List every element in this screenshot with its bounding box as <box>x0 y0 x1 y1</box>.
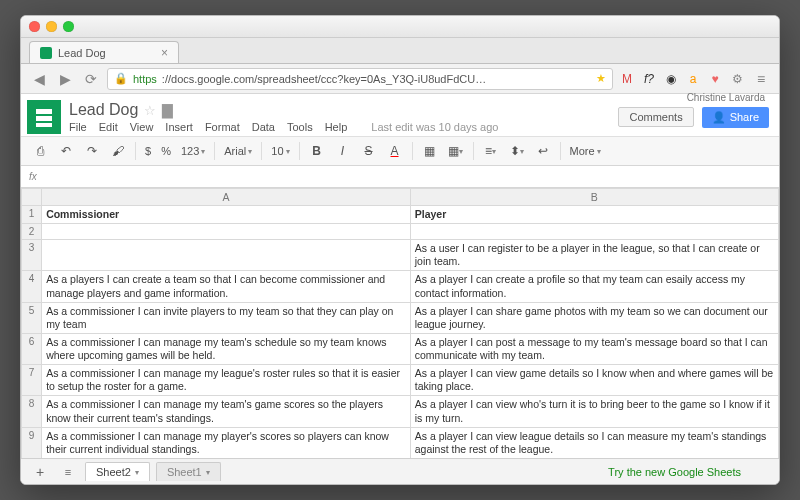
ext-mask-icon[interactable]: ◉ <box>663 71 679 87</box>
menu-view[interactable]: View <box>130 121 154 133</box>
fx-label: fx <box>29 171 37 182</box>
cell[interactable]: As a commissioner I can manage my team's… <box>42 396 411 427</box>
url-scheme: https <box>133 73 157 85</box>
row-header[interactable]: 3 <box>22 240 42 271</box>
menu-format[interactable]: Format <box>205 121 240 133</box>
print-icon[interactable]: ⎙ <box>29 140 51 162</box>
bookmark-star-icon[interactable]: ★ <box>596 72 606 85</box>
sheet-tab-inactive[interactable]: Sheet1▾ <box>156 462 221 481</box>
address-bar[interactable]: 🔒 https ://docs.google.com/spreadsheet/c… <box>107 68 613 90</box>
cell[interactable]: As a player I can post a message to my t… <box>410 333 778 364</box>
cell[interactable]: As a user I can register to be a player … <box>410 240 778 271</box>
font-selector[interactable]: Arial ▾ <box>221 145 255 157</box>
paint-format-icon[interactable]: 🖌 <box>107 140 129 162</box>
sheets-favicon <box>40 47 52 59</box>
menu-data[interactable]: Data <box>252 121 275 133</box>
browser-tab[interactable]: Lead Dog × <box>29 41 179 63</box>
doc-header: Lead Dog ☆ ▇ File Edit View Insert Forma… <box>21 94 779 136</box>
add-sheet-button[interactable]: + <box>29 462 51 482</box>
formula-bar[interactable]: fx <box>21 166 779 188</box>
cell[interactable]: As a player I can create a profile so th… <box>410 271 778 302</box>
sheets-logo-icon[interactable] <box>27 100 61 134</box>
menu-help[interactable]: Help <box>325 121 348 133</box>
cell[interactable]: As a player I can view league details so… <box>410 427 778 458</box>
cell[interactable]: As a commissioner I can manage my league… <box>42 365 411 396</box>
row-header[interactable]: 5 <box>22 302 42 333</box>
star-icon[interactable]: ☆ <box>144 103 156 118</box>
cell[interactable]: As a players I can create a team so that… <box>42 271 411 302</box>
currency-button[interactable]: $ <box>142 145 154 157</box>
halign-icon[interactable]: ≡▾ <box>480 140 502 162</box>
last-edit-text: Last edit was 10 days ago <box>371 121 498 133</box>
select-all-cell[interactable] <box>22 189 42 206</box>
chrome-menu-icon[interactable]: ≡ <box>751 69 771 89</box>
tab-title: Lead Dog <box>58 47 106 59</box>
col-header-b[interactable]: B <box>410 189 778 206</box>
extension-icons: M f? ◉ a ♥ ⚙ ≡ <box>619 69 771 89</box>
cell[interactable]: As a player I can view who's turn it is … <box>410 396 778 427</box>
ext-amazon-icon[interactable]: a <box>685 71 701 87</box>
ext-f-icon[interactable]: f? <box>641 71 657 87</box>
textcolor-button[interactable]: A <box>384 140 406 162</box>
try-new-sheets-link[interactable]: Try the new Google Sheets <box>608 466 741 478</box>
ext-gear-icon[interactable]: ⚙ <box>729 71 745 87</box>
cell[interactable]: Player <box>410 206 778 224</box>
wrap-icon[interactable]: ↩ <box>532 140 554 162</box>
menu-edit[interactable]: Edit <box>99 121 118 133</box>
redo-icon[interactable]: ↷ <box>81 140 103 162</box>
row-header[interactable]: 7 <box>22 365 42 396</box>
row-header[interactable]: 8 <box>22 396 42 427</box>
cell[interactable]: As a commissioner I can manage my team's… <box>42 333 411 364</box>
sheet-tab-bar: + ≡ Sheet2▾ Sheet1▾ Try the new Google S… <box>21 458 779 484</box>
zoom-window-button[interactable] <box>63 21 74 32</box>
sheet-tab-active[interactable]: Sheet2▾ <box>85 462 150 481</box>
row-header[interactable]: 2 <box>22 224 42 240</box>
cell[interactable] <box>410 224 778 240</box>
cell[interactable] <box>42 224 411 240</box>
menu-insert[interactable]: Insert <box>165 121 193 133</box>
cell[interactable]: As a player I can view game details so I… <box>410 365 778 396</box>
cell[interactable]: As a player I can share game photos with… <box>410 302 778 333</box>
user-name[interactable]: Christine Lavarda <box>687 92 765 103</box>
menu-file[interactable]: File <box>69 121 87 133</box>
cell[interactable]: As a commissioner I can invite players t… <box>42 302 411 333</box>
italic-button[interactable]: I <box>332 140 354 162</box>
more-button[interactable]: More ▾ <box>567 145 604 157</box>
browser-toolbar: ◀ ▶ ⟳ 🔒 https ://docs.google.com/spreads… <box>21 64 779 94</box>
bold-button[interactable]: B <box>306 140 328 162</box>
strike-button[interactable]: S <box>358 140 380 162</box>
back-button[interactable]: ◀ <box>29 69 49 89</box>
menu-tools[interactable]: Tools <box>287 121 313 133</box>
cell[interactable] <box>42 240 411 271</box>
fillcolor-icon[interactable]: ▦ <box>419 140 441 162</box>
browser-tabstrip: Lead Dog × <box>21 38 779 64</box>
url-text: ://docs.google.com/spreadsheet/ccc?key=0… <box>162 73 486 85</box>
ext-gmail-icon[interactable]: M <box>619 71 635 87</box>
close-window-button[interactable] <box>29 21 40 32</box>
row-header[interactable]: 1 <box>22 206 42 224</box>
all-sheets-button[interactable]: ≡ <box>57 462 79 482</box>
borders-icon[interactable]: ▦▾ <box>445 140 467 162</box>
cell[interactable]: As a commissioner I can manage my player… <box>42 427 411 458</box>
minimize-window-button[interactable] <box>46 21 57 32</box>
row-header[interactable]: 4 <box>22 271 42 302</box>
valign-icon[interactable]: ⬍▾ <box>506 140 528 162</box>
folder-icon[interactable]: ▇ <box>162 102 173 118</box>
comments-button[interactable]: Comments <box>618 107 693 127</box>
cell[interactable]: Commissioner <box>42 206 411 224</box>
percent-button[interactable]: % <box>158 145 174 157</box>
reload-button[interactable]: ⟳ <box>81 69 101 89</box>
menu-bar: File Edit View Insert Format Data Tools … <box>69 121 498 133</box>
undo-icon[interactable]: ↶ <box>55 140 77 162</box>
col-header-a[interactable]: A <box>42 189 411 206</box>
close-tab-icon[interactable]: × <box>161 46 168 60</box>
spreadsheet-grid[interactable]: A B 1CommissionerPlayer23As a user I can… <box>21 188 779 458</box>
row-header[interactable]: 6 <box>22 333 42 364</box>
ext-heart-icon[interactable]: ♥ <box>707 71 723 87</box>
forward-button[interactable]: ▶ <box>55 69 75 89</box>
row-header[interactable]: 9 <box>22 427 42 458</box>
numformat-button[interactable]: 123▾ <box>178 145 208 157</box>
fontsize-selector[interactable]: 10 ▾ <box>268 145 292 157</box>
share-button[interactable]: 👤Share <box>702 107 769 128</box>
doc-title[interactable]: Lead Dog <box>69 101 138 119</box>
